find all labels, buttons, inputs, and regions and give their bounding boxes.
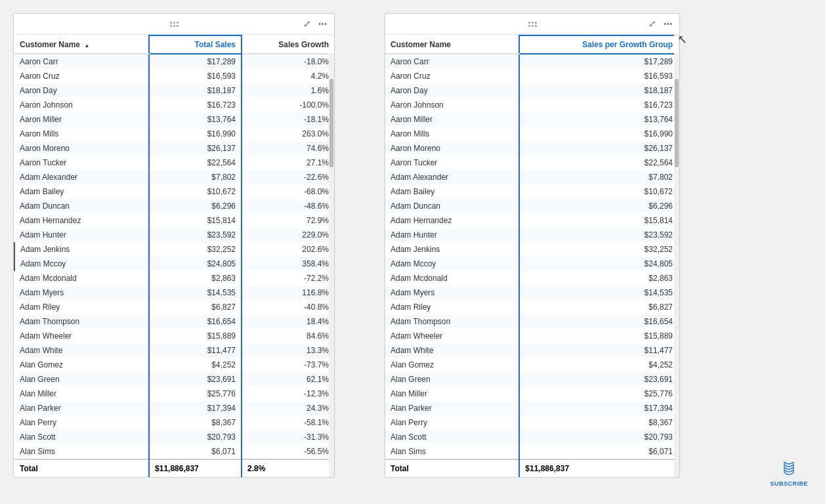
expand-icon-2[interactable]: ⤢ [646, 18, 658, 30]
table-container-2[interactable]: Customer Name Sales per Growth Group Aar… [385, 35, 679, 477]
table-row: Adam Hernandez $15,814 72.9% [14, 213, 334, 228]
scrollbar-track-1[interactable] [329, 35, 334, 477]
subscribe-section[interactable]: SUBSCRIBE [770, 459, 808, 487]
table-row: Adam Thompson $16,654 18.4% [14, 314, 334, 329]
cell-sales: $7,802 [149, 170, 242, 184]
table-row: Adam Hunter $23,592 [385, 228, 679, 242]
table-row: Adam Bailey $10,672 [385, 184, 679, 199]
cell-sales: $16,593 [149, 69, 242, 83]
subscribe-label: SUBSCRIBE [770, 480, 808, 487]
cell-name: Adam White [14, 343, 149, 358]
data-table-1: Customer Name ▲ Total Sales Sales Growth… [14, 35, 334, 477]
drag-handle-1[interactable] [170, 22, 179, 27]
table-widget-1: ⤢ ••• Customer Name ▲ Total Sales Sales … [13, 13, 335, 478]
table-row: Adam Wheeler $15,889 [385, 329, 679, 343]
total-label-1: Total [14, 459, 149, 477]
widget-header-icons-2: ⤢ ••• [646, 18, 674, 30]
cell-sales: $23,592 [149, 228, 242, 242]
cell-name: Adam Riley [385, 300, 519, 314]
table-row: Aaron Johnson $16,723 -100.0% [14, 98, 334, 112]
table-row: Adam Myers $14,535 116.8% [14, 285, 334, 300]
more-icon-2[interactable]: ••• [662, 18, 674, 30]
cell-sales: $23,691 [519, 372, 679, 387]
cell-sales: $24,805 [519, 257, 679, 271]
total-label-2: Total [385, 459, 519, 477]
expand-icon-1[interactable]: ⤢ [301, 18, 313, 30]
cell-sales: $25,776 [519, 387, 679, 401]
more-icon-1[interactable]: ••• [317, 18, 329, 30]
table-row: Aaron Miller $13,764 [385, 112, 679, 127]
sort-asc-icon: ▲ [84, 43, 89, 49]
cell-growth: -73.7% [242, 358, 334, 372]
table-row: Alan Sims $6,071 -56.5% [14, 444, 334, 459]
table-row: Aaron Tucker $22,564 27.1% [14, 156, 334, 170]
cell-name: Adam Thompson [14, 314, 149, 329]
table-row: Adam Jenkins $32,252 [385, 242, 679, 257]
table-row: Alan Perry $8,367 -58.1% [14, 415, 334, 430]
cell-growth: -18.1% [242, 112, 334, 127]
table-row: Alan Gomez $4,252 [385, 358, 679, 372]
table-row: Alan Scott $20,793 -31.3% [14, 430, 334, 444]
cell-name: Alan Parker [14, 401, 149, 415]
col-header-total-sales[interactable]: Total Sales [149, 35, 242, 54]
cell-name: Alan Gomez [385, 358, 519, 372]
cell-growth: 24.3% [242, 401, 334, 415]
table-container-1[interactable]: Customer Name ▲ Total Sales Sales Growth… [14, 35, 334, 477]
total-row-1: Total $11,886,837 2.8% [14, 459, 334, 477]
cell-name: Alan Miller [385, 387, 519, 401]
table-row: Adam Mcdonald $2,863 [385, 271, 679, 285]
table-row: Aaron Moreno $26,137 [385, 141, 679, 156]
table-widget-2: ⤢ ••• ↖ Customer Name Sales per Growth G… [385, 13, 680, 478]
cell-growth: -58.1% [242, 415, 334, 430]
cell-sales: $10,672 [519, 184, 679, 199]
col-header-customer-name-1[interactable]: Customer Name ▲ [14, 35, 149, 54]
cell-sales: $16,723 [519, 98, 679, 112]
col-header-sales-per-growth[interactable]: Sales per Growth Group [519, 35, 679, 54]
table-row: Aaron Day $18,187 1.6% [14, 83, 334, 98]
cell-name: Aaron Moreno [14, 141, 149, 156]
cell-name: Alan Green [14, 372, 149, 387]
cell-name: Adam Hunter [385, 228, 519, 242]
cell-growth: 27.1% [242, 156, 334, 170]
scrollbar-thumb-2[interactable] [675, 79, 679, 167]
cell-sales: $32,252 [519, 242, 679, 257]
scrollbar-thumb-1[interactable] [329, 79, 333, 167]
cell-sales: $14,535 [149, 285, 242, 300]
cell-name: Adam Mcdonald [14, 271, 149, 285]
cell-name: Aaron Johnson [14, 98, 149, 112]
table-row: Alan Scott $20,793 [385, 430, 679, 444]
cell-name: Aaron Day [385, 83, 519, 98]
cell-sales: $15,889 [149, 329, 242, 343]
total-sales-1: $11,886,837 [149, 459, 242, 477]
cell-sales: $17,289 [149, 54, 242, 69]
cell-name: Aaron Mills [14, 127, 149, 141]
cell-sales: $32,252 [149, 242, 242, 257]
cell-name: Adam White [385, 343, 519, 358]
table-row: Adam Alexander $7,802 -22.6% [14, 170, 334, 184]
cell-growth: -18.0% [242, 54, 334, 69]
scrollbar-track-2[interactable] [674, 35, 679, 477]
table-row: Adam Mcdonald $2,863 -72.2% [14, 271, 334, 285]
table-row: Adam Mccoy $24,805 [385, 257, 679, 271]
col-header-sales-growth[interactable]: Sales Growth [242, 35, 334, 54]
cell-name: Adam Jenkins [14, 242, 149, 257]
cell-name: Adam Bailey [385, 184, 519, 199]
cell-growth: 116.8% [242, 285, 334, 300]
cell-name: Alan Perry [14, 415, 149, 430]
col-header-customer-name-2[interactable]: Customer Name [385, 35, 519, 54]
cell-name: Aaron Moreno [385, 141, 519, 156]
table-row: Aaron Day $18,187 [385, 83, 679, 98]
cell-name: Alan Miller [14, 387, 149, 401]
cell-name: Adam Hernandez [385, 213, 519, 228]
data-table-2: Customer Name Sales per Growth Group Aar… [385, 35, 679, 477]
cell-growth: -56.5% [242, 444, 334, 459]
cell-name: Adam Thompson [385, 314, 519, 329]
cell-sales: $11,477 [149, 343, 242, 358]
cell-growth: 72.9% [242, 213, 334, 228]
table-row: Adam Alexander $7,802 [385, 170, 679, 184]
cell-growth: -48.6% [242, 199, 334, 213]
cell-name: Alan Scott [385, 430, 519, 444]
cell-name: Aaron Day [14, 83, 149, 98]
drag-handle-2[interactable] [528, 22, 537, 27]
table-row: Aaron Mills $16,990 263.0% [14, 127, 334, 141]
